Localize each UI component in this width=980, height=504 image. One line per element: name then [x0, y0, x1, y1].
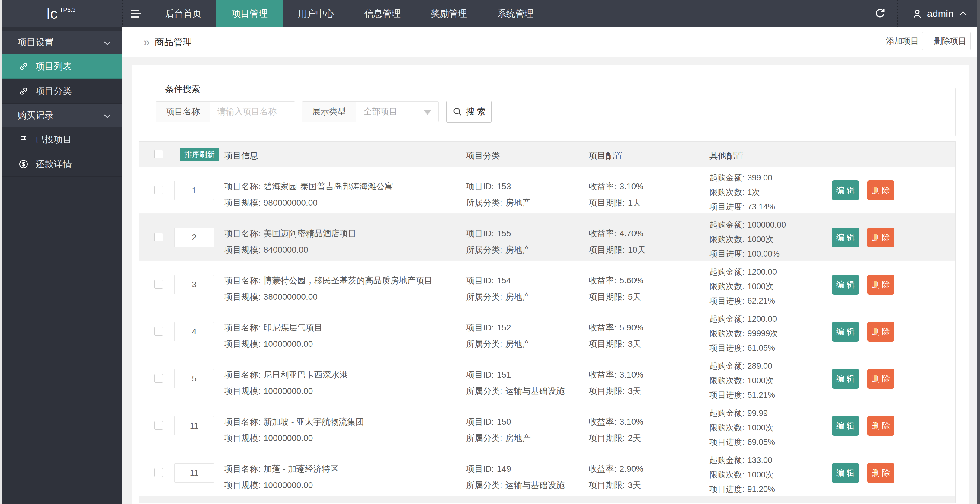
row-sort-input[interactable]: 2: [174, 228, 214, 247]
sidebar-toggle-button[interactable]: [122, 0, 150, 27]
value-rate: 5.90%: [619, 323, 643, 332]
edit-button[interactable]: 编 辑: [832, 180, 859, 200]
app-logo[interactable]: lc TP5.3: [0, 0, 122, 27]
delete-button[interactable]: 删 除: [867, 463, 894, 483]
edit-button[interactable]: 编 辑: [832, 275, 859, 294]
label-project-id: 项目ID:: [466, 182, 494, 191]
label-period: 项目期限:: [589, 292, 625, 302]
value-limit-count: 1000次: [748, 235, 774, 244]
display-type-select[interactable]: 全部项目: [356, 102, 438, 122]
row-sort-input[interactable]: 5: [174, 369, 214, 388]
sidebar-item[interactable]: 已投项目: [0, 127, 122, 152]
window-edge: [0, 0, 2, 504]
project-table: 排序刷新 项目信息 项目分类 项目配置 其他配置 1 项目名称:碧海家园-泰国普…: [139, 141, 956, 503]
add-project-button[interactable]: 添加项目: [882, 32, 923, 50]
sidebar-item[interactable]: 项目分类: [0, 79, 122, 104]
value-project-id: 153: [497, 182, 511, 191]
row-sort-input[interactable]: 3: [174, 275, 214, 294]
delete-project-button[interactable]: 删除项目: [929, 32, 970, 50]
row-checkbox[interactable]: [154, 186, 163, 194]
value-rate: 3.10%: [619, 417, 643, 426]
project-name-input[interactable]: [210, 102, 295, 122]
label-limit-count: 限购次数:: [710, 376, 745, 385]
value-project-id: 150: [497, 417, 511, 426]
nav-tab-3[interactable]: 用户中心: [283, 0, 349, 27]
delete-button[interactable]: 删 除: [867, 322, 894, 342]
row-sort-input[interactable]: 4: [174, 322, 214, 341]
edit-button[interactable]: 编 辑: [832, 322, 859, 342]
sidebar-item[interactable]: 项目列表: [0, 54, 122, 79]
row-checkbox[interactable]: [154, 468, 163, 477]
sidebar-group-1[interactable]: 项目设置: [0, 31, 122, 54]
value-category: 房地产: [505, 245, 531, 254]
row-checkbox[interactable]: [154, 374, 163, 383]
table-body: 1 项目名称:碧海家园-泰国普吉岛邦涛海滩公寓 项目规模:980000000.0…: [139, 167, 955, 496]
label-min-amount: 起购金额:: [710, 409, 745, 418]
user-icon: [912, 8, 923, 19]
link-icon: [18, 86, 29, 97]
main-content: » 商品管理 添加项目 删除项目 条件搜索 项目名称 展示类型 全部项目: [122, 27, 980, 504]
nav-tab-6[interactable]: 系统管理: [482, 0, 549, 27]
row-sort-input[interactable]: 1: [174, 181, 214, 200]
value-progress: 61.05%: [748, 343, 775, 353]
value-progress: 62.21%: [748, 296, 775, 305]
user-menu[interactable]: admin: [897, 0, 980, 27]
row-checkbox[interactable]: [154, 233, 163, 242]
delete-button[interactable]: 删 除: [867, 275, 894, 294]
search-button[interactable]: 搜 索: [446, 101, 492, 122]
select-all-checkbox[interactable]: [154, 150, 163, 159]
value-project-id: 155: [497, 229, 511, 238]
username-label: admin: [927, 8, 953, 19]
value-period: 3天: [628, 339, 641, 348]
value-project-name: 美国迈阿密精品酒店项目: [264, 229, 356, 238]
sidebar-group-2[interactable]: 购买记录: [0, 104, 122, 127]
value-min-amount: 289.00: [748, 362, 773, 370]
value-limit-count: 1次: [748, 188, 760, 197]
value-project-scale: 8400000.00: [264, 245, 308, 254]
table-row: 11 项目名称:加蓬 - 加蓬经济特区 项目规模:10000000.00 项目I…: [139, 449, 955, 496]
delete-button[interactable]: 删 除: [867, 416, 894, 436]
sort-refresh-button[interactable]: 排序刷新: [180, 148, 220, 161]
row-sort-input[interactable]: 11: [174, 416, 214, 436]
value-project-id: 152: [497, 323, 511, 332]
label-period: 项目期限:: [589, 433, 625, 443]
value-project-id: 154: [497, 276, 511, 285]
nav-tab-5[interactable]: 奖励管理: [416, 0, 482, 27]
delete-button[interactable]: 删 除: [867, 369, 894, 389]
value-progress: 100.00%: [748, 249, 780, 258]
value-min-amount: 1200.00: [748, 315, 777, 324]
row-checkbox[interactable]: [154, 280, 163, 289]
row-checkbox[interactable]: [154, 327, 163, 335]
label-min-amount: 起购金额:: [710, 456, 745, 465]
edit-button[interactable]: 编 辑: [832, 416, 859, 436]
logo-text: lc: [46, 5, 58, 22]
sidebar-item-label: 还款详情: [36, 158, 72, 170]
row-sort-input[interactable]: 11: [174, 463, 214, 483]
sidebar-item[interactable]: 还款详情: [0, 152, 122, 177]
label-rate: 收益率:: [589, 229, 617, 238]
value-project-name: 印尼煤层气项目: [264, 323, 323, 332]
page-scrollbar[interactable]: [977, 0, 980, 504]
table-row: 5 项目名称:尼日利亚巴卡西深水港 项目规模:10000000.00 项目ID:…: [139, 355, 955, 402]
label-period: 项目期限:: [589, 480, 625, 490]
delete-button[interactable]: 删 除: [867, 180, 894, 200]
row-checkbox[interactable]: [154, 421, 163, 430]
label-progress: 项目进度:: [710, 343, 745, 353]
project-name-group: 项目名称: [156, 102, 295, 122]
label-project-scale: 项目规模:: [224, 433, 261, 443]
edit-button[interactable]: 编 辑: [832, 463, 859, 483]
edit-button[interactable]: 编 辑: [832, 369, 859, 389]
page-actions: 添加项目 删除项目: [882, 32, 970, 50]
refresh-button[interactable]: [862, 0, 897, 27]
label-min-amount: 起购金额:: [710, 315, 745, 324]
edit-button[interactable]: 编 辑: [832, 227, 859, 248]
value-category: 运输与基础设施: [505, 386, 565, 396]
label-rate: 收益率:: [589, 417, 617, 426]
main-nav-tabs: 后台首页项目管理用户中心信息管理奖励管理系统管理: [150, 0, 549, 27]
value-limit-count: 1000次: [748, 282, 774, 291]
nav-tab-2[interactable]: 项目管理: [216, 0, 283, 27]
nav-tab-1[interactable]: 后台首页: [150, 0, 216, 27]
search-fieldset: 条件搜索 项目名称 展示类型 全部项目: [139, 88, 956, 136]
delete-button[interactable]: 删 除: [867, 227, 894, 248]
nav-tab-4[interactable]: 信息管理: [349, 0, 416, 27]
